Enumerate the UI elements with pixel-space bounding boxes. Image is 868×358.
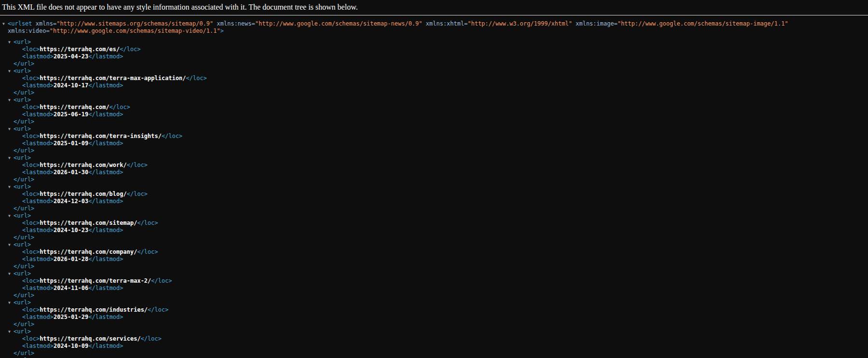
url-open-line: ▼<url>: [0, 96, 868, 104]
loc-line: <loc>https://terrahq.com/</loc>: [0, 104, 868, 111]
expand-arrow-icon[interactable]: ▼: [8, 96, 14, 104]
url-open-tag: <url>: [14, 328, 31, 335]
url-close-line: </url>: [0, 89, 868, 96]
lastmod-value: 2024-10-17: [54, 82, 88, 89]
root-open-line: ▼<urlset xmlns="http://www.sitemaps.org/…: [0, 20, 868, 35]
loc-value: https://terrahq.com/industries/: [40, 306, 148, 313]
url-entry: ▼<url><loc>https://terrahq.com/sitemap/<…: [0, 212, 868, 241]
lastmod-open-tag: <lastmod>: [22, 140, 54, 147]
url-open-tag: <url>: [14, 270, 31, 277]
root-tag-name: <urlset: [8, 20, 32, 27]
lastmod-close-tag: </lastmod>: [88, 227, 123, 234]
url-close-tag: </url>: [14, 60, 34, 67]
loc-line: <loc>https://terrahq.com/services/</loc>: [0, 335, 868, 343]
loc-open-tag: <loc>: [22, 191, 40, 197]
loc-close-tag: </loc>: [137, 248, 158, 255]
expand-arrow-icon[interactable]: ▼: [8, 328, 14, 335]
url-entry: ▼<url><loc>https://terrahq.com/work/</lo…: [0, 154, 868, 183]
expand-arrow-icon[interactable]: ▼: [8, 125, 14, 133]
url-open-line: ▼<url>: [0, 212, 868, 220]
lastmod-line: <lastmod>2025-06-19</lastmod>: [0, 111, 868, 118]
url-open-tag: <url>: [14, 125, 31, 132]
loc-open-tag: <loc>: [22, 133, 40, 139]
expand-arrow-icon[interactable]: ▼: [8, 212, 14, 220]
loc-open-tag: <loc>: [22, 104, 40, 110]
url-entry: ▼<url><loc>https://terrahq.com/terra-ins…: [0, 125, 868, 154]
loc-open-tag: <loc>: [22, 46, 40, 53]
expand-arrow-icon[interactable]: ▼: [2, 20, 8, 28]
loc-open-tag: <loc>: [22, 162, 40, 168]
expand-arrow-icon[interactable]: ▼: [8, 183, 14, 191]
lastmod-line: <lastmod>2024-10-23</lastmod>: [0, 227, 868, 234]
lastmod-line: <lastmod>2026-01-28</lastmod>: [0, 256, 868, 263]
loc-close-tag: </loc>: [186, 75, 207, 82]
loc-open-tag: <loc>: [22, 75, 40, 82]
loc-close-tag: </loc>: [148, 306, 168, 313]
attribute-name: xmlns:video=: [8, 28, 50, 34]
url-close-tag: </url>: [14, 292, 34, 299]
loc-line: <loc>https://terrahq.com/es/</loc>: [0, 46, 868, 53]
url-close-line: </url>: [0, 234, 868, 241]
lastmod-close-tag: </lastmod>: [88, 314, 123, 320]
loc-close-tag: </loc>: [141, 335, 162, 342]
lastmod-value: 2024-12-03: [54, 198, 88, 205]
url-open-line: ▼<url>: [0, 299, 868, 306]
url-open-tag: <url>: [14, 241, 31, 248]
loc-value: https://terrahq.com/sitemap/: [40, 220, 137, 226]
url-close-line: </url>: [0, 263, 868, 270]
xml-tree: ▼<urlset xmlns="http://www.sitemaps.org/…: [0, 15, 868, 358]
expand-arrow-icon[interactable]: ▼: [8, 68, 14, 75]
lastmod-value: 2026-01-28: [54, 256, 88, 262]
loc-close-tag: </loc>: [120, 46, 140, 53]
lastmod-value: 2025-04-23: [54, 53, 88, 60]
loc-open-tag: <loc>: [22, 277, 40, 284]
loc-close-tag: </loc>: [162, 133, 182, 139]
loc-value: https://terrahq.com/work/: [40, 162, 127, 168]
attribute-name: xmlns:image=: [576, 20, 618, 27]
loc-line: <loc>https://terrahq.com/company/</loc>: [0, 248, 868, 256]
loc-value: https://terrahq.com/company/: [40, 248, 137, 255]
url-entry: ▼<url><loc>https://terrahq.com/terra-max…: [0, 68, 868, 96]
lastmod-line: <lastmod>2026-01-30</lastmod>: [0, 169, 868, 176]
url-open-line: ▼<url>: [0, 39, 868, 46]
loc-close-tag: </loc>: [151, 277, 172, 284]
loc-close-tag: </loc>: [127, 191, 148, 197]
url-close-tag: </url>: [14, 118, 34, 125]
url-open-line: ▼<url>: [0, 183, 868, 191]
url-close-tag: </url>: [14, 321, 34, 328]
loc-value: https://terrahq.com/blog/: [40, 191, 127, 197]
lastmod-close-tag: </lastmod>: [88, 169, 123, 176]
expand-arrow-icon[interactable]: ▼: [8, 241, 14, 248]
loc-line: <loc>https://terrahq.com/terra-max-appli…: [0, 75, 868, 82]
expand-arrow-icon[interactable]: ▼: [8, 270, 14, 277]
url-entry: ▼<url><loc>https://terrahq.com/terra-max…: [0, 270, 868, 299]
url-open-tag: <url>: [14, 68, 31, 74]
url-close-tag: </url>: [14, 350, 34, 357]
no-style-message: This XML file does not appear to have an…: [0, 0, 868, 15]
url-open-line: ▼<url>: [0, 68, 868, 75]
loc-line: <loc>https://terrahq.com/work/</loc>: [0, 162, 868, 169]
expand-arrow-icon[interactable]: ▼: [8, 299, 14, 306]
url-entry: ▼<url><loc>https://terrahq.com/blog/</lo…: [0, 183, 868, 212]
lastmod-close-tag: </lastmod>: [88, 285, 123, 291]
attribute-name: xmlns:xhtml=: [426, 20, 468, 27]
expand-arrow-icon[interactable]: ▼: [8, 154, 14, 162]
url-open-tag: <url>: [14, 154, 31, 161]
loc-line: <loc>https://terrahq.com/terra-insights/…: [0, 133, 868, 140]
url-open-line: ▼<url>: [0, 328, 868, 335]
url-close-tag: </url>: [14, 205, 34, 212]
lastmod-line: <lastmod>2025-04-23</lastmod>: [0, 53, 868, 60]
lastmod-open-tag: <lastmod>: [22, 227, 54, 234]
attribute-value: "http://www.sitemaps.org/schemas/sitemap…: [56, 20, 213, 27]
url-open-line: ▼<url>: [0, 270, 868, 277]
loc-value: https://terrahq.com/terra-max-2/: [40, 277, 151, 284]
loc-close-tag: </loc>: [109, 104, 130, 110]
loc-value: https://terrahq.com/es/: [40, 46, 120, 53]
loc-value: https://terrahq.com/terra-insights/: [40, 133, 162, 139]
expand-arrow-icon[interactable]: ▼: [8, 39, 14, 46]
url-close-tag: </url>: [14, 147, 34, 154]
lastmod-close-tag: </lastmod>: [88, 111, 123, 118]
lastmod-line: <lastmod>2025-01-29</lastmod>: [0, 314, 868, 321]
lastmod-close-tag: </lastmod>: [88, 198, 123, 205]
lastmod-line: <lastmod>2025-01-09</lastmod>: [0, 140, 868, 147]
